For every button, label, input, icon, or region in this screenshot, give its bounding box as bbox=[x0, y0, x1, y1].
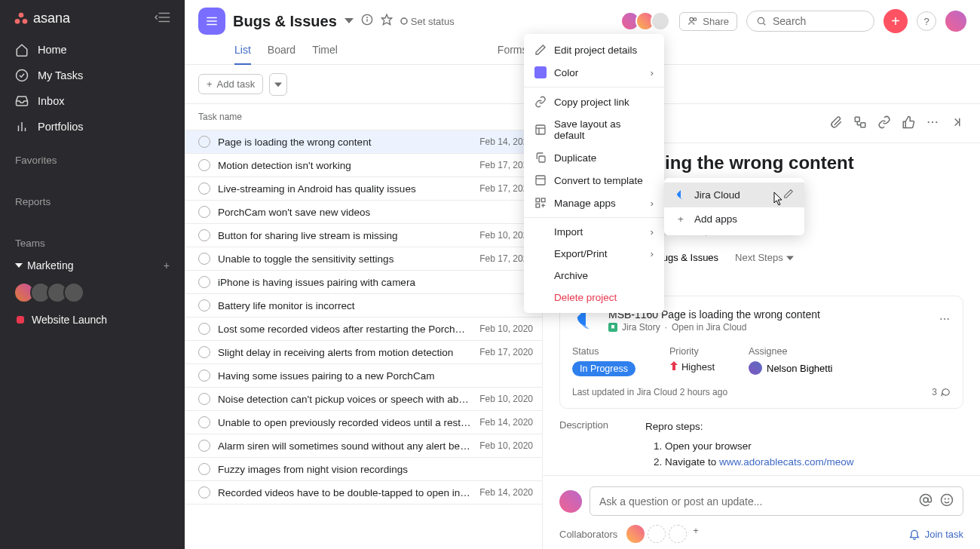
svg-marker-43 bbox=[670, 361, 678, 370]
search-input[interactable]: Search bbox=[746, 11, 874, 32]
info-icon[interactable] bbox=[361, 14, 373, 29]
nav-mytasks[interactable]: My Tasks bbox=[0, 63, 185, 88]
tab-list[interactable]: List bbox=[234, 39, 251, 65]
task-complete-checkbox[interactable] bbox=[198, 276, 210, 288]
jira-comments[interactable]: 3 bbox=[932, 387, 951, 397]
project-dropdown-icon[interactable] bbox=[345, 14, 354, 28]
section-favorites[interactable]: Favorites bbox=[0, 143, 185, 170]
set-status-button[interactable]: Set status bbox=[400, 16, 455, 27]
team-avatars[interactable] bbox=[0, 278, 185, 308]
collaborator-avatars[interactable]: + bbox=[626, 525, 699, 543]
menu-manage-apps[interactable]: Manage apps › bbox=[524, 192, 664, 214]
menu-color[interactable]: Color › bbox=[524, 61, 664, 84]
task-complete-checkbox[interactable] bbox=[198, 393, 210, 405]
nav-home[interactable]: Home bbox=[0, 37, 185, 63]
project-website-launch[interactable]: Website Launch bbox=[0, 308, 185, 332]
more-icon[interactable] bbox=[926, 115, 939, 132]
task-complete-checkbox[interactable] bbox=[198, 299, 210, 311]
task-complete-checkbox[interactable] bbox=[198, 182, 210, 195]
menu-copy-link[interactable]: Copy project link bbox=[524, 90, 664, 113]
task-row[interactable]: Unable to toggle the sensitivity setting… bbox=[185, 247, 542, 271]
svg-point-45 bbox=[942, 495, 953, 506]
task-complete-checkbox[interactable] bbox=[198, 253, 210, 265]
task-name: Unable to toggle the sensitivity setting… bbox=[218, 253, 472, 265]
task-row[interactable]: Motion detection isn't working Feb 17, 2… bbox=[185, 154, 542, 177]
description-body[interactable]: Repro steps: Open your browser Navigate … bbox=[645, 419, 854, 475]
task-row[interactable]: Page is loading the wrong content Feb 14… bbox=[185, 130, 542, 154]
tab-board[interactable]: Board bbox=[268, 39, 296, 64]
help-button[interactable]: ? bbox=[917, 11, 936, 31]
menu-import[interactable]: Import › bbox=[524, 221, 664, 243]
close-panel-icon[interactable] bbox=[950, 115, 963, 132]
menu-edit-details[interactable]: Edit project details bbox=[524, 38, 664, 61]
desc-repro-heading: Repro steps: bbox=[645, 419, 854, 434]
menu-export[interactable]: Export/Print › bbox=[524, 243, 664, 265]
project-title[interactable]: Bugs & Issues bbox=[233, 13, 337, 30]
svg-point-6 bbox=[17, 70, 28, 81]
team-marketing[interactable]: Marketing + bbox=[0, 253, 185, 278]
task-complete-checkbox[interactable] bbox=[198, 486, 210, 498]
task-complete-checkbox[interactable] bbox=[198, 463, 210, 475]
task-complete-checkbox[interactable] bbox=[198, 323, 210, 335]
like-icon[interactable] bbox=[902, 115, 915, 132]
task-row[interactable]: Noise detection can't pickup voices or s… bbox=[185, 388, 542, 411]
team-add-icon[interactable]: + bbox=[164, 259, 170, 271]
member-avatars[interactable] bbox=[625, 11, 670, 31]
section-selector[interactable]: Next Steps bbox=[735, 252, 794, 263]
attachment-icon[interactable] bbox=[829, 115, 843, 132]
task-complete-checkbox[interactable] bbox=[198, 206, 210, 218]
brand-logo[interactable]: asana bbox=[14, 11, 70, 26]
task-complete-checkbox[interactable] bbox=[198, 159, 210, 171]
nav-inbox[interactable]: Inbox bbox=[0, 88, 185, 114]
comment-icon bbox=[940, 387, 951, 397]
task-complete-checkbox[interactable] bbox=[198, 370, 210, 382]
task-row[interactable]: iPhone is having issues pairing with cam… bbox=[185, 271, 542, 294]
mention-icon[interactable] bbox=[919, 493, 933, 509]
emoji-icon[interactable] bbox=[940, 493, 954, 509]
task-complete-checkbox[interactable] bbox=[198, 416, 210, 428]
add-task-button[interactable]: + Add task bbox=[198, 74, 263, 94]
jira-more-icon[interactable] bbox=[939, 313, 951, 328]
task-row[interactable]: Alarm siren will sometimes sound without… bbox=[185, 434, 542, 458]
comment-input[interactable]: Ask a question or post an update... bbox=[590, 486, 963, 516]
section-reports[interactable]: Reports bbox=[0, 184, 185, 212]
add-collaborator-icon[interactable]: + bbox=[693, 525, 699, 543]
task-row[interactable]: Button for sharing live stream is missin… bbox=[185, 224, 542, 247]
menu-delete-project[interactable]: Delete project bbox=[524, 287, 664, 308]
task-row[interactable]: Battery life monitor is incorrect bbox=[185, 294, 542, 317]
global-add-button[interactable]: + bbox=[884, 9, 908, 33]
share-button[interactable]: Share bbox=[679, 12, 737, 31]
user-avatar[interactable] bbox=[945, 11, 966, 32]
task-complete-checkbox[interactable] bbox=[198, 346, 210, 358]
join-task-button[interactable]: Join task bbox=[908, 528, 963, 540]
task-row[interactable]: Live-streaming in Android has quality is… bbox=[185, 177, 542, 201]
menu-duplicate[interactable]: Duplicate bbox=[524, 146, 664, 169]
task-row[interactable]: Having some issues pairing to a new Porc… bbox=[185, 364, 542, 388]
add-task-dropdown[interactable] bbox=[269, 73, 287, 96]
svg-point-44 bbox=[923, 498, 928, 502]
menu-archive[interactable]: Archive bbox=[524, 265, 664, 287]
menu-convert-template[interactable]: Convert to template bbox=[524, 169, 664, 192]
project-chip-icon[interactable] bbox=[198, 8, 225, 35]
tab-forms[interactable]: Forms bbox=[498, 39, 528, 64]
task-row[interactable]: Fuzzy images from night vision recording… bbox=[185, 458, 542, 481]
task-complete-checkbox[interactable] bbox=[198, 440, 210, 452]
subtask-icon[interactable] bbox=[853, 115, 867, 132]
link-icon[interactable] bbox=[877, 115, 891, 132]
submenu-add-apps[interactable]: + Add apps bbox=[664, 207, 804, 231]
tab-timeline[interactable]: Timel bbox=[312, 39, 338, 64]
sidebar-collapse-icon[interactable] bbox=[155, 11, 171, 26]
task-row[interactable]: Slight delay in receiving alerts from mo… bbox=[185, 341, 542, 364]
nav-portfolios[interactable]: Portfolios bbox=[0, 114, 185, 140]
desc-link[interactable]: www.adorablecats.com/meow bbox=[719, 456, 854, 468]
task-complete-checkbox[interactable] bbox=[198, 229, 210, 241]
menu-save-layout[interactable]: Save layout as default bbox=[524, 113, 664, 146]
jira-open-link[interactable]: Open in Jira Cloud bbox=[672, 322, 746, 333]
task-row[interactable]: PorchCam won't save new videos bbox=[185, 201, 542, 224]
star-icon[interactable] bbox=[381, 14, 393, 29]
edit-icon[interactable] bbox=[783, 189, 794, 201]
task-row[interactable]: Unable to open previously recorded video… bbox=[185, 411, 542, 434]
task-complete-checkbox[interactable] bbox=[198, 136, 210, 148]
task-row[interactable]: Recorded videos have to be double-tapped… bbox=[185, 481, 542, 505]
task-row[interactable]: Lost some recorded videos after restarti… bbox=[185, 317, 542, 341]
